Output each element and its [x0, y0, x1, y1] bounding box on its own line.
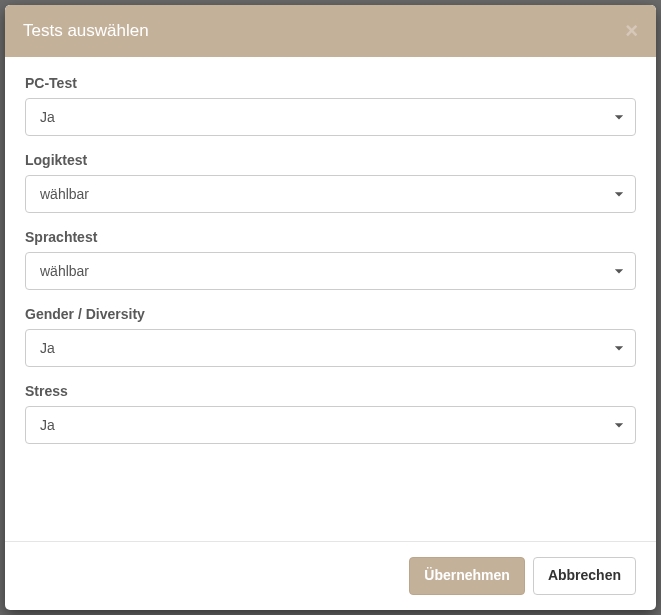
gender-diversity-select[interactable]: Ja	[25, 329, 636, 367]
pc-test-label: PC-Test	[25, 75, 636, 91]
pc-test-select[interactable]: Ja	[25, 98, 636, 136]
field-pc-test: PC-Test Ja	[25, 75, 636, 136]
sprachtest-select[interactable]: wählbar	[25, 252, 636, 290]
cancel-button[interactable]: Abbrechen	[533, 557, 636, 595]
field-sprachtest: Sprachtest wählbar	[25, 229, 636, 290]
close-icon[interactable]: ×	[625, 20, 638, 42]
stress-label: Stress	[25, 383, 636, 399]
modal-footer: Übernehmen Abbrechen	[5, 541, 656, 610]
tests-modal: Tests auswählen × PC-Test Ja Logiktest w…	[5, 5, 656, 610]
modal-title: Tests auswählen	[23, 21, 149, 41]
sprachtest-label: Sprachtest	[25, 229, 636, 245]
logiktest-label: Logiktest	[25, 152, 636, 168]
gender-diversity-label: Gender / Diversity	[25, 306, 636, 322]
stress-select[interactable]: Ja	[25, 406, 636, 444]
field-logiktest: Logiktest wählbar	[25, 152, 636, 213]
logiktest-select[interactable]: wählbar	[25, 175, 636, 213]
field-stress: Stress Ja	[25, 383, 636, 444]
field-gender-diversity: Gender / Diversity Ja	[25, 306, 636, 367]
modal-body: PC-Test Ja Logiktest wählbar Sprachtest …	[5, 57, 656, 541]
modal-header: Tests auswählen ×	[5, 5, 656, 57]
submit-button[interactable]: Übernehmen	[409, 557, 525, 595]
